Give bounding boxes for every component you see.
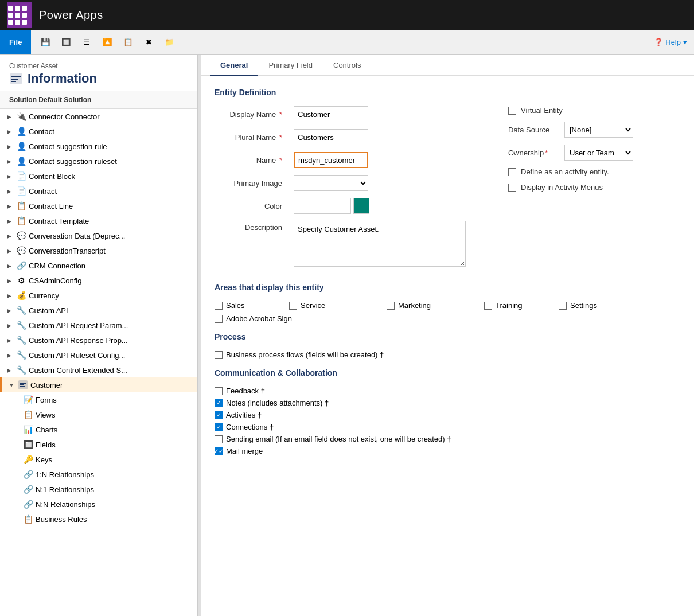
tree-item-fields[interactable]: 🔲 Fields [16, 437, 197, 452]
tree-item-custom-api-resp[interactable]: ▶ 🔧 Custom API Response Prop... [0, 333, 197, 348]
tree-item-1n[interactable]: 🔗 1:N Relationships [16, 467, 197, 482]
service-checkbox[interactable] [289, 302, 297, 310]
tree-item-contact-suggestion[interactable]: ▶ 👤 Contact suggestion rule [0, 139, 197, 154]
expand-icon: ▶ [7, 128, 14, 135]
grid-button[interactable]: 📋 [118, 33, 138, 52]
tree-item-nn[interactable]: 🔗 N:N Relationships [16, 497, 197, 512]
tree-item-business-rules-label: Business Rules [36, 515, 87, 524]
form-right-col: Virtual Entity Data Source [None] Owners… [508, 106, 680, 192]
file-button[interactable]: File [0, 30, 31, 54]
import-button[interactable]: 📁 [159, 33, 179, 52]
tree-item-n1[interactable]: 🔗 N:1 Relationships [16, 482, 197, 497]
name-input[interactable] [294, 152, 368, 168]
tree-item-keys[interactable]: 🔑 Keys [16, 452, 197, 467]
bpf-checkbox[interactable] [215, 351, 223, 359]
virtual-entity-checkbox[interactable] [508, 107, 516, 115]
tree-item-business-rules[interactable]: 📋 Business Rules [16, 512, 197, 527]
publish-button[interactable]: 🔲 [56, 33, 76, 52]
training-label: Training [496, 301, 522, 310]
tree-item-contract[interactable]: ▶ 📄 Contract [0, 184, 197, 198]
area-service: Service [289, 301, 387, 310]
comm-grid: Feedback † Notes (includes attachments) … [215, 387, 680, 455]
areas-grid: Sales Service Marketing Training [215, 301, 680, 323]
top-bar: Power Apps [0, 0, 694, 30]
adobe-checkbox[interactable] [215, 315, 223, 323]
tab-general[interactable]: General [210, 55, 258, 76]
tree-item-connector[interactable]: ▶ 🔌 Connector Connector [0, 109, 197, 124]
tabs-bar: General Primary Field Controls [201, 55, 694, 76]
comm-notes: Notes (includes attachments) † [215, 399, 680, 407]
tree-item-label: Contact suggestion rule [29, 142, 107, 151]
tab-controls[interactable]: Controls [323, 55, 371, 76]
sending-email-checkbox[interactable] [215, 435, 223, 443]
tree-item-custom-api-ruleset[interactable]: ▶ 🔧 Custom API Ruleset Config... [0, 348, 197, 362]
notes-checkbox[interactable] [215, 399, 223, 407]
tree-item-label: Contact [29, 127, 54, 136]
display-activity-checkbox[interactable] [508, 184, 516, 192]
tree-item-conversation-data[interactable]: ▶ 💬 Conversation Data (Deprec... [0, 228, 197, 243]
tree-item-custom-api[interactable]: ▶ 🔧 Custom API [0, 303, 197, 318]
training-checkbox[interactable] [484, 302, 492, 310]
tab-primary-field[interactable]: Primary Field [258, 55, 323, 76]
tree-item-label: Custom Control Extended S... [29, 366, 127, 375]
tree-item-csadmin[interactable]: ▶ ⚙ CSAdminConfig [0, 273, 197, 288]
tree-item-views[interactable]: 📋 Views [16, 407, 197, 422]
connections-checkbox[interactable] [215, 423, 223, 431]
sales-checkbox[interactable] [215, 302, 223, 310]
service-label: Service [301, 301, 325, 310]
marketing-checkbox[interactable] [387, 302, 395, 310]
sending-email-label: Sending email (If an email field does no… [226, 435, 451, 443]
save-button[interactable]: 💾 [36, 33, 55, 52]
list-button[interactable]: ☰ [77, 33, 96, 52]
expand-icon: ▶ [7, 322, 14, 329]
tree-item-contact-suggestion-ruleset[interactable]: ▶ 👤 Contact suggestion ruleset [0, 154, 197, 169]
plural-name-input[interactable] [294, 129, 368, 145]
1n-icon: 🔗 [23, 469, 33, 479]
tree-item-customer[interactable]: ▼ Customer [0, 377, 197, 392]
color-swatch[interactable] [353, 198, 369, 214]
help-area[interactable]: ❓ Help ▾ [654, 38, 687, 46]
tree-item-currency[interactable]: ▶ 💰 Currency [0, 288, 197, 303]
expand-icon: ▶ [7, 233, 14, 239]
settings-checkbox[interactable] [559, 302, 567, 310]
color-input[interactable] [294, 198, 351, 214]
activities-checkbox[interactable] [215, 411, 223, 419]
ownership-label: Ownership * [508, 149, 560, 157]
mail-merge-checkbox[interactable]: ✓ [215, 447, 223, 455]
notes-label: Notes (includes attachments) † [226, 399, 329, 407]
entity-title: Information [9, 71, 188, 86]
tree-item-content-block[interactable]: ▶ 📄 Content Block [0, 169, 197, 184]
tree-item-views-label: Views [36, 411, 55, 419]
tree-item-contract-line[interactable]: ▶ 📋 Contract Line [0, 198, 197, 213]
tree-item-forms[interactable]: 📝 Forms [16, 392, 197, 407]
tree-item-keys-label: Keys [36, 455, 52, 464]
toolbar: 💾 🔲 ☰ 🔼 📋 ✖ 📁 [31, 33, 654, 52]
feedback-checkbox[interactable] [215, 387, 223, 395]
primary-image-select[interactable] [294, 175, 368, 191]
tree-item-custom-control[interactable]: ▶ 🔧 Custom Control Extended S... [0, 362, 197, 377]
right-panel: General Primary Field Controls Entity De… [201, 55, 694, 616]
define-activity-checkbox[interactable] [508, 168, 516, 176]
upload-button[interactable]: 🔼 [98, 33, 117, 52]
tree-item-crm-connection[interactable]: ▶ 🔗 CRM Connection [0, 258, 197, 273]
tree-item-charts[interactable]: 📊 Charts [16, 422, 197, 437]
customer-icon [18, 380, 28, 390]
ownership-select[interactable]: User or Team [564, 145, 633, 161]
required-star: * [279, 110, 282, 119]
n1-icon: 🔗 [23, 484, 33, 494]
conversation-data-icon: 💬 [16, 231, 26, 241]
marketing-label: Marketing [398, 301, 431, 310]
display-name-input[interactable] [294, 106, 368, 122]
tree-item-customer-label: Customer [30, 381, 63, 389]
tree-item-contract-template[interactable]: ▶ 📋 Contract Template [0, 213, 197, 228]
tree-item-label: Content Block [29, 172, 75, 181]
description-textarea[interactable]: Specify Customer Asset. [294, 221, 466, 267]
tree-item-conversation-transcript[interactable]: ▶ 💬 ConversationTranscript [0, 243, 197, 258]
display-activity-row: Display in Activity Menus [508, 183, 680, 192]
tree-item-1n-label: 1:N Relationships [36, 470, 94, 479]
delete-button[interactable]: ✖ [139, 33, 158, 52]
tree-item-contact[interactable]: ▶ 👤 Contact [0, 124, 197, 139]
data-source-select[interactable]: [None] [564, 122, 633, 138]
expand-icon: ▶ [7, 218, 14, 224]
tree-item-custom-api-req[interactable]: ▶ 🔧 Custom API Request Param... [0, 318, 197, 333]
